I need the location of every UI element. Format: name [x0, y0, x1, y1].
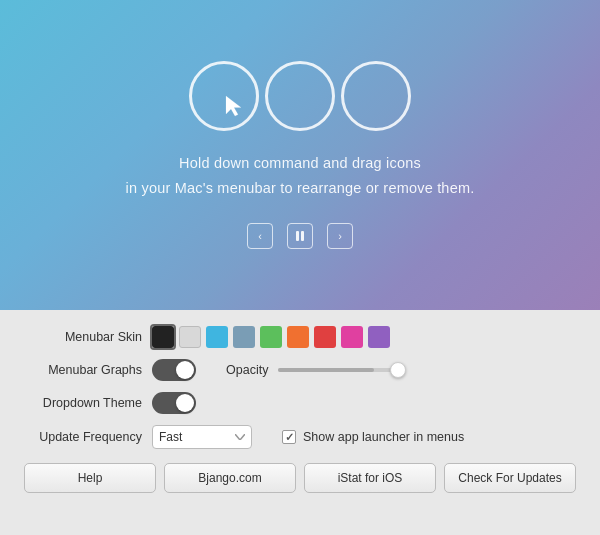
next-button[interactable]: ›: [327, 223, 353, 249]
q-logo-circle: [189, 61, 259, 131]
nav-controls: ‹ ›: [247, 223, 353, 249]
swatch-red[interactable]: [314, 326, 336, 348]
swatch-black[interactable]: [152, 326, 174, 348]
pause-button[interactable]: [287, 223, 313, 249]
check-updates-button[interactable]: Check For Updates: [444, 463, 576, 493]
update-frequency-label: Update Frequency: [24, 430, 142, 444]
menubar-skin-label: Menubar Skin: [24, 330, 142, 344]
update-frequency-row: Update Frequency Fast Normal Slow ✓ Show…: [24, 425, 576, 449]
swatch-steel-blue[interactable]: [233, 326, 255, 348]
menubar-skin-row: Menubar Skin: [24, 326, 576, 348]
show-launcher-label: Show app launcher in menus: [303, 430, 464, 444]
opacity-row: Opacity: [226, 363, 576, 377]
o1-logo-circle: [265, 61, 335, 131]
swatch-light-gray[interactable]: [179, 326, 201, 348]
swatch-pink[interactable]: [341, 326, 363, 348]
help-button[interactable]: Help: [24, 463, 156, 493]
o2-logo-circle: [341, 61, 411, 131]
opacity-slider-thumb: [390, 362, 406, 378]
menubar-graphs-row: Menubar Graphs Opacity: [24, 359, 576, 381]
show-launcher-checkbox-area[interactable]: ✓ Show app launcher in menus: [282, 430, 464, 444]
opacity-slider-fill: [278, 368, 374, 372]
dropdown-theme-row: Dropdown Theme: [24, 392, 576, 414]
settings-area: Menubar Skin Menubar Graphs Opacity: [0, 310, 600, 535]
dropdown-theme-toggle[interactable]: [152, 392, 196, 414]
color-swatches: [152, 326, 390, 348]
pause-icon: [295, 230, 305, 242]
show-launcher-checkbox[interactable]: ✓: [282, 430, 296, 444]
checkmark-icon: ✓: [285, 431, 294, 444]
swatch-green[interactable]: [260, 326, 282, 348]
logo-area: [189, 61, 411, 131]
header-banner: Hold down command and drag icons in your…: [0, 0, 600, 310]
swatch-purple[interactable]: [368, 326, 390, 348]
istat-ios-button[interactable]: iStat for iOS: [304, 463, 436, 493]
toggle-knob: [176, 361, 194, 379]
dropdown-toggle-knob: [176, 394, 194, 412]
prev-button[interactable]: ‹: [247, 223, 273, 249]
cursor-icon: [222, 92, 250, 120]
menubar-graphs-label: Menubar Graphs: [24, 363, 142, 377]
svg-marker-0: [226, 96, 241, 116]
menubar-graphs-toggle[interactable]: [152, 359, 196, 381]
button-row: Help Bjango.com iStat for iOS Check For …: [24, 463, 576, 493]
dropdown-theme-label: Dropdown Theme: [24, 396, 142, 410]
instruction-text: Hold down command and drag icons in your…: [126, 151, 475, 200]
swatch-orange[interactable]: [287, 326, 309, 348]
svg-rect-2: [301, 231, 304, 241]
update-frequency-select[interactable]: Fast Normal Slow: [152, 425, 252, 449]
opacity-slider[interactable]: [278, 368, 398, 372]
bjango-button[interactable]: Bjango.com: [164, 463, 296, 493]
svg-rect-1: [296, 231, 299, 241]
swatch-blue[interactable]: [206, 326, 228, 348]
opacity-label: Opacity: [226, 363, 268, 377]
